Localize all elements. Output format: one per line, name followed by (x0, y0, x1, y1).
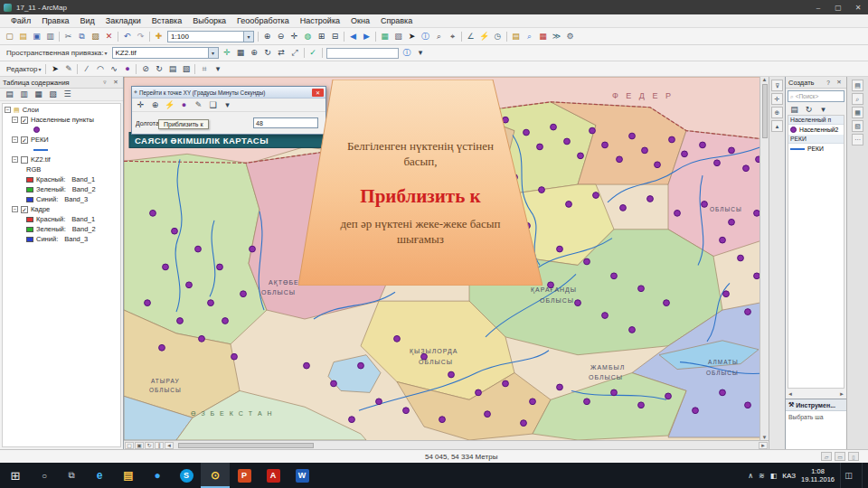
taskbar-search-icon[interactable]: ○ (31, 463, 58, 488)
add-callout-icon[interactable]: ❑ (206, 99, 220, 111)
horizontal-scrollbar[interactable]: ▢▣↻∥ ◄ ► (124, 440, 769, 449)
settlement-point[interactable] (602, 142, 609, 148)
georef-coord-input[interactable] (326, 48, 399, 59)
menu-item-10[interactable]: Справка (375, 16, 418, 25)
minimize-button[interactable]: – (808, 0, 828, 14)
settlement-point[interactable] (675, 210, 681, 216)
taskbar-arcmap-button[interactable]: ⊙ (201, 463, 230, 488)
taskbar-edge-button[interactable]: e (85, 463, 114, 488)
arc-segment-icon[interactable]: ◠ (93, 62, 107, 75)
settlement-point[interactable] (503, 380, 509, 387)
toolbox-tab-icon[interactable]: ▦ (852, 107, 863, 118)
delete-icon[interactable]: ✕ (102, 30, 116, 42)
forward-extent-icon[interactable]: ▶ (360, 30, 373, 42)
scale-raster-icon[interactable]: ⤢ (288, 47, 302, 60)
new-document-icon[interactable]: ▢ (3, 30, 16, 42)
settlement-point[interactable] (421, 353, 428, 360)
templates-more-icon[interactable]: ▾ (816, 103, 830, 116)
recent-locations-icon[interactable]: ▾ (221, 99, 234, 111)
pan-icon[interactable]: ✛ (288, 30, 301, 42)
settlement-point[interactable] (376, 399, 382, 405)
settlement-point[interactable] (584, 399, 590, 405)
taskbar-acrobat-button[interactable]: A (259, 463, 288, 488)
add-data-icon[interactable]: ✚ (152, 30, 165, 42)
settlement-point[interactable] (331, 380, 337, 387)
georeferencing-menu[interactable]: Пространственная привязка: (3, 49, 105, 57)
settlement-point[interactable] (743, 165, 750, 172)
python-icon[interactable]: ≫ (550, 30, 563, 42)
scroll-right-arrow[interactable]: ► (759, 442, 768, 449)
list-by-source-icon[interactable]: ▥ (17, 89, 31, 101)
editor-menu[interactable]: Редактор (3, 65, 38, 73)
settlement-point[interactable] (394, 335, 401, 342)
collapse-icon[interactable]: − (12, 206, 18, 212)
settlement-point[interactable] (593, 192, 599, 199)
model-builder-icon[interactable]: ⚙ (563, 30, 577, 42)
redo-icon[interactable]: ↷ (134, 30, 147, 42)
search-tab-icon[interactable]: ⌕ (852, 93, 863, 105)
point-tool-icon[interactable]: ● (120, 62, 134, 75)
undo-icon[interactable]: ↶ (120, 30, 134, 42)
settlement-point[interactable] (693, 408, 699, 414)
settlement-point[interactable] (217, 264, 223, 270)
settlement-point[interactable] (700, 142, 706, 148)
settlement-point[interactable] (195, 246, 202, 252)
settlement-point[interactable] (578, 153, 584, 159)
go-to-xy-icon[interactable]: ⌖ (446, 30, 459, 42)
start-button[interactable]: ⊞ (0, 463, 31, 488)
auto-adjust-icon[interactable]: ✓ (307, 47, 320, 60)
settlement-point[interactable] (551, 124, 557, 130)
more-editing-icon[interactable]: ▾ (211, 62, 224, 75)
settlement-point[interactable] (476, 389, 482, 396)
georef-more-icon[interactable]: ▾ (414, 47, 428, 60)
menu-item-4[interactable]: Закладки (100, 16, 146, 25)
settlement-point[interactable] (745, 309, 751, 315)
layer-checkbox[interactable]: ✓ (21, 206, 28, 213)
vertical-scroll-thumb[interactable] (762, 84, 768, 138)
dialog-titlebar[interactable]: ⌖ Перейти к точке XY (Градусы Минуты Сек… (132, 87, 326, 99)
taskbar-file-explorer-button[interactable]: ▤ (114, 463, 143, 488)
pan-strip-icon[interactable]: ✛ (771, 93, 783, 105)
units-status-icon[interactable]: ▯ (848, 452, 859, 461)
template-item[interactable]: РЕКИ (788, 144, 844, 154)
line-symbol[interactable] (33, 149, 48, 151)
georef-info-icon[interactable]: ⓘ (401, 47, 414, 60)
settlement-point[interactable] (611, 389, 618, 396)
settlement-point[interactable] (439, 417, 446, 423)
back-extent-icon[interactable]: ◀ (346, 30, 360, 42)
save-icon[interactable]: ▣ (30, 30, 43, 42)
settlement-point[interactable] (349, 417, 355, 423)
settlement-point[interactable] (738, 255, 744, 261)
search-icon[interactable]: ⌕ (523, 30, 536, 42)
settlement-point[interactable] (655, 162, 661, 168)
straight-segment-icon[interactable]: ∕ (80, 62, 93, 75)
settlement-point[interactable] (186, 282, 193, 288)
action-center-icon[interactable]: ◫ (840, 463, 856, 488)
trace-icon[interactable]: ∿ (107, 62, 120, 75)
settlement-point[interactable] (199, 335, 205, 342)
menu-item-9[interactable]: Окна (345, 16, 375, 25)
scroll-up-icon[interactable]: ▴ (771, 120, 783, 132)
data-view-icon[interactable]: ▢ (125, 442, 134, 449)
help-icon[interactable]: ? (824, 80, 833, 86)
snapping-status-icon[interactable]: ▭ (835, 452, 845, 461)
taskbar-powerpoint-button[interactable]: P (230, 463, 259, 488)
settlement-point[interactable] (638, 286, 645, 292)
time-slider-icon[interactable]: ◷ (491, 30, 505, 42)
layer-checkbox[interactable] (21, 156, 28, 164)
identify-icon[interactable]: ⓘ (419, 30, 432, 42)
refresh-templates-icon[interactable]: ↻ (802, 103, 816, 116)
close-button[interactable]: ✕ (848, 0, 868, 14)
menu-item-3[interactable]: Вид (75, 16, 100, 25)
settlement-point[interactable] (250, 246, 256, 252)
tray-chevron-icon[interactable]: ∧ (748, 472, 753, 480)
tools-panel-item[interactable]: Выбрать ша (788, 414, 824, 420)
point-symbol[interactable] (33, 127, 40, 133)
settlement-point[interactable] (629, 133, 636, 139)
settlement-point[interactable] (664, 300, 670, 306)
scroll-up-arrow[interactable]: ▲ (762, 77, 768, 82)
settlement-point[interactable] (590, 127, 596, 134)
select-elements-icon[interactable]: ➤ (405, 30, 419, 42)
menu-item-8[interactable]: Настройка (295, 16, 345, 25)
results-tab-icon[interactable]: ▧ (852, 120, 863, 132)
